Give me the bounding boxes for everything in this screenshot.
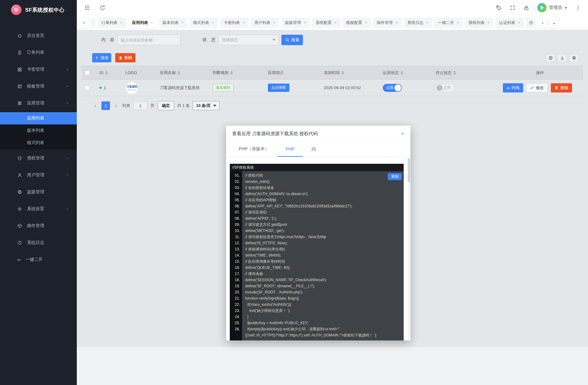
row-checkbox[interactable] [85,85,90,90]
stop-state-toggle[interactable]: 正常 [436,84,455,92]
tab[interactable]: 模板配置 × [343,18,371,28]
tab[interactable]: 版本列表 × [159,18,187,28]
user-menu[interactable]: 管理员 ▼ [537,3,567,12]
add-button[interactable]: 添加 [92,53,111,62]
code-button[interactable]: ∞ 代码 [503,83,523,92]
sidebar-item-home[interactable]: 后台首页 [0,27,77,44]
sort-icon[interactable] [230,71,233,75]
tab-close-icon[interactable]: × [457,20,459,25]
tab[interactable]: 用户列表 × [251,18,279,28]
header-stop-state[interactable]: 停止状态 [433,66,494,80]
modal-close-icon[interactable]: × [401,130,404,137]
modal-tab[interactable]: JS [303,142,324,157]
tab-close-icon[interactable]: × [273,20,276,25]
tabs-dropdown-button[interactable]: ⌄ [549,18,559,28]
print-button[interactable] [569,54,579,62]
sort-icon[interactable] [401,71,403,75]
line-number: 13. [230,246,242,252]
tab-close-icon[interactable]: × [334,20,337,25]
user-name: 管理员 [549,5,562,10]
tab[interactable]: 卡密列表 × [220,18,249,28]
tab[interactable]: 应用列表 × [128,18,157,28]
tab[interactable]: 系统日志 × [404,18,432,28]
row-delete-button[interactable]: 删除 [551,83,572,92]
sidebar-item-auth[interactable]: 授权管理 [0,150,77,167]
content-search-input[interactable] [117,35,181,45]
export-button[interactable] [557,54,567,62]
view-intro-button[interactable]: 点击查看 [268,84,289,92]
tab[interactable]: 模式列表 × [190,18,218,28]
tab[interactable]: 系统配置 × [312,18,340,28]
lock-icon[interactable] [523,5,529,11]
delete-button[interactable]: 删除 [115,53,135,62]
tab[interactable]: 盗版管理 × [281,18,310,28]
tab-close-icon[interactable]: × [487,20,490,25]
header-rule[interactable]: 判断规则 [210,66,265,80]
sidebar-item-templates[interactable]: 模板管理 [0,78,77,95]
column-filter-button[interactable] [546,54,555,62]
tab[interactable]: 插件管理 × [373,18,402,28]
header-name[interactable]: 应用名称 [157,66,210,80]
sidebar-subitem-mode-list[interactable]: 模式列表 [0,137,77,149]
more-options-icon[interactable]: ⋮ [575,5,581,11]
goto-confirm-button[interactable]: 确定 [158,101,174,110]
tab[interactable]: 订单列表 × [98,18,126,28]
tabs-scroll-right-button[interactable]: › [538,18,547,28]
page-size-select[interactable]: 10 条/页 [193,101,220,110]
next-page-icon[interactable]: › [113,103,119,109]
tab-close-icon[interactable]: × [395,20,398,25]
collapse-sidebar-icon[interactable] [84,5,90,11]
select-all-checkbox[interactable] [85,70,90,75]
run-state-toggle[interactable]: 运营 [383,84,402,92]
header-run-state[interactable]: 运营状态 [380,66,433,80]
status-select[interactable]: 选择状态 [218,35,279,45]
sidebar-subitem-version-list[interactable]: 版本列表 [0,124,77,137]
sort-icon[interactable] [178,71,180,75]
tab[interactable]: 一键二开 × [434,18,463,28]
tabs-scroll-left-button[interactable]: ‹ [79,18,88,28]
tab-close-icon[interactable]: × [242,20,245,25]
sidebar-item-piracy[interactable]: 盗版管理 [0,183,77,200]
tab-close-icon[interactable]: × [518,20,520,25]
sidebar-item-plugins[interactable]: 插件管理 [0,217,77,234]
tab-partial-right[interactable]: 仿 [526,18,536,28]
refresh-icon[interactable] [100,5,105,11]
sidebar-item-users[interactable]: 用户管理 [0,167,77,183]
edit-button[interactable]: 修改 [526,83,548,92]
tag-icon[interactable] [496,5,502,11]
tab[interactable]: 授权列表 × [465,18,493,28]
header-time[interactable]: 添加时间 [321,66,380,80]
modal-tab[interactable]: PHP（类版本） [230,142,277,157]
prev-page-icon[interactable]: ‹ [92,103,98,109]
sidebar-item-apps[interactable]: 应用管理 [0,95,77,112]
sidebar-item-settings[interactable]: 系统设置 [0,200,77,217]
sort-icon[interactable] [453,71,456,75]
modal-tab[interactable]: PHP [277,142,303,157]
tab-close-icon[interactable]: × [365,20,367,25]
tab-close-icon[interactable]: × [120,20,123,25]
sidebar-submenu-apps: 应用列表 版本列表 模式列表 [0,112,77,150]
tab-close-icon[interactable]: × [181,20,184,25]
tab-close-icon[interactable]: × [151,20,153,25]
line-number: 08. [230,215,242,222]
copy-button[interactable]: 复制 [388,173,402,180]
modal-scrollbar-thumb[interactable] [408,158,410,182]
page-number-button[interactable]: 1 [101,101,110,110]
search-button[interactable]: 搜索 [281,35,303,45]
tab-close-icon[interactable]: × [426,20,429,25]
fullscreen-icon[interactable] [510,5,515,11]
modal-scrollbar[interactable] [408,158,410,340]
tab-close-icon[interactable]: × [304,20,306,25]
sort-icon[interactable] [342,71,344,75]
sidebar-item-cards[interactable]: 卡密管理 [0,61,77,78]
tab[interactable]: 认证列表 × [496,18,524,28]
sort-icon[interactable] [105,71,108,75]
sidebar-item-orders[interactable]: 订单列表 [0,44,77,61]
goto-page-input[interactable] [133,101,147,110]
sidebar-item-oneclick[interactable]: ∞ 一键二开 [0,251,77,268]
header-id[interactable]: ID [96,66,122,80]
tab-close-icon[interactable]: × [212,20,214,25]
sidebar-subitem-app-list[interactable]: 应用列表 [0,112,77,124]
tab-partial-left[interactable] [91,18,96,28]
sidebar-item-logs[interactable]: 系统日志 [0,234,77,251]
